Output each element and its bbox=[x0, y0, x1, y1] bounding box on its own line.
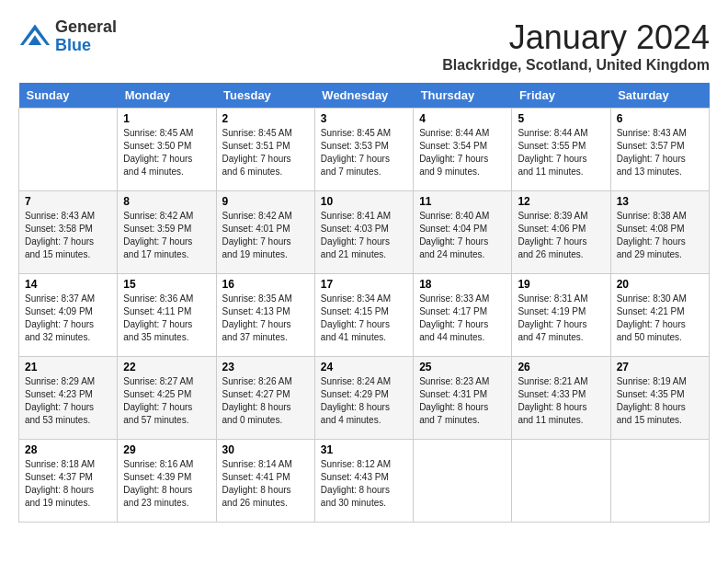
day-number: 4 bbox=[419, 112, 506, 125]
daylight-text: Daylight: 7 hours and 4 minutes. bbox=[123, 154, 192, 177]
day-info: Sunrise: 8:40 AM Sunset: 4:04 PM Dayligh… bbox=[419, 210, 506, 261]
sunset-text: Sunset: 4:31 PM bbox=[419, 389, 487, 399]
day-info: Sunrise: 8:21 AM Sunset: 4:33 PM Dayligh… bbox=[518, 375, 604, 427]
calendar-day-cell: 25 Sunrise: 8:23 AM Sunset: 4:31 PM Dayl… bbox=[414, 357, 512, 440]
sunset-text: Sunset: 4:19 PM bbox=[518, 306, 586, 316]
sunrise-text: Sunrise: 8:40 AM bbox=[419, 211, 489, 221]
day-number: 17 bbox=[321, 278, 407, 291]
sunrise-text: Sunrise: 8:23 AM bbox=[419, 376, 489, 386]
calendar-day-cell: 9 Sunrise: 8:42 AM Sunset: 4:01 PM Dayli… bbox=[216, 191, 314, 274]
logo-general: General bbox=[55, 18, 117, 37]
calendar-day-header: Monday bbox=[118, 83, 216, 109]
calendar-day-header: Thursday bbox=[414, 83, 512, 109]
location-title: Blackridge, Scotland, United Kingdom bbox=[442, 57, 710, 74]
calendar-day-cell: 26 Sunrise: 8:21 AM Sunset: 4:33 PM Dayl… bbox=[512, 357, 610, 440]
calendar-day-cell: 7 Sunrise: 8:43 AM Sunset: 3:58 PM Dayli… bbox=[19, 191, 118, 274]
calendar-day-header: Sunday bbox=[19, 83, 118, 109]
day-info: Sunrise: 8:44 AM Sunset: 3:54 PM Dayligh… bbox=[419, 127, 506, 178]
calendar-table: SundayMondayTuesdayWednesdayThursdayFrid… bbox=[18, 83, 710, 523]
calendar-day-cell: 10 Sunrise: 8:41 AM Sunset: 4:03 PM Dayl… bbox=[314, 191, 413, 274]
sunrise-text: Sunrise: 8:24 AM bbox=[321, 376, 391, 386]
day-info: Sunrise: 8:39 AM Sunset: 4:06 PM Dayligh… bbox=[518, 210, 604, 261]
day-info: Sunrise: 8:45 AM Sunset: 3:50 PM Dayligh… bbox=[123, 127, 210, 178]
calendar-header-row: SundayMondayTuesdayWednesdayThursdayFrid… bbox=[19, 83, 710, 109]
daylight-text: Daylight: 7 hours and 53 minutes. bbox=[25, 402, 94, 425]
sunrise-text: Sunrise: 8:31 AM bbox=[518, 293, 587, 304]
day-number: 24 bbox=[321, 361, 407, 373]
daylight-text: Daylight: 8 hours and 19 minutes. bbox=[25, 485, 94, 508]
sunset-text: Sunset: 4:09 PM bbox=[25, 306, 93, 316]
day-number: 31 bbox=[321, 443, 407, 456]
daylight-text: Daylight: 8 hours and 11 minutes. bbox=[518, 402, 586, 425]
sunrise-text: Sunrise: 8:33 AM bbox=[419, 293, 489, 304]
day-number: 27 bbox=[617, 361, 703, 373]
daylight-text: Daylight: 7 hours and 41 minutes. bbox=[321, 319, 390, 342]
calendar-day-cell bbox=[414, 440, 512, 523]
daylight-text: Daylight: 7 hours and 32 minutes. bbox=[25, 319, 94, 342]
day-info: Sunrise: 8:44 AM Sunset: 3:55 PM Dayligh… bbox=[518, 127, 604, 178]
sunset-text: Sunset: 3:59 PM bbox=[123, 224, 191, 234]
sunset-text: Sunset: 4:41 PM bbox=[222, 472, 290, 482]
calendar-day-cell: 20 Sunrise: 8:30 AM Sunset: 4:21 PM Dayl… bbox=[610, 274, 709, 357]
day-info: Sunrise: 8:41 AM Sunset: 4:03 PM Dayligh… bbox=[321, 210, 407, 261]
daylight-text: Daylight: 7 hours and 47 minutes. bbox=[518, 319, 586, 342]
daylight-text: Daylight: 7 hours and 35 minutes. bbox=[123, 319, 192, 342]
sunset-text: Sunset: 3:54 PM bbox=[419, 141, 487, 151]
page-header: General Blue January 2024 Blackridge, Sc… bbox=[18, 18, 710, 74]
day-info: Sunrise: 8:45 AM Sunset: 3:53 PM Dayligh… bbox=[321, 127, 407, 178]
sunrise-text: Sunrise: 8:42 AM bbox=[123, 211, 193, 221]
daylight-text: Daylight: 7 hours and 6 minutes. bbox=[222, 154, 291, 177]
day-number: 7 bbox=[25, 195, 111, 208]
sunset-text: Sunset: 4:33 PM bbox=[518, 389, 586, 399]
sunset-text: Sunset: 4:25 PM bbox=[123, 389, 191, 399]
sunrise-text: Sunrise: 8:14 AM bbox=[222, 459, 292, 469]
sunrise-text: Sunrise: 8:37 AM bbox=[25, 293, 95, 304]
day-number: 23 bbox=[222, 361, 309, 373]
daylight-text: Daylight: 7 hours and 19 minutes. bbox=[222, 236, 291, 259]
sunset-text: Sunset: 3:57 PM bbox=[617, 141, 685, 151]
calendar-day-header: Wednesday bbox=[314, 83, 413, 109]
sunset-text: Sunset: 4:23 PM bbox=[25, 389, 93, 399]
sunset-text: Sunset: 4:15 PM bbox=[321, 306, 389, 316]
day-info: Sunrise: 8:42 AM Sunset: 3:59 PM Dayligh… bbox=[123, 210, 210, 261]
daylight-text: Daylight: 7 hours and 29 minutes. bbox=[617, 236, 686, 259]
sunset-text: Sunset: 3:55 PM bbox=[518, 141, 586, 151]
sunset-text: Sunset: 4:27 PM bbox=[222, 389, 290, 399]
day-number: 1 bbox=[123, 112, 210, 125]
sunrise-text: Sunrise: 8:27 AM bbox=[123, 376, 193, 386]
calendar-day-cell: 15 Sunrise: 8:36 AM Sunset: 4:11 PM Dayl… bbox=[118, 274, 216, 357]
sunrise-text: Sunrise: 8:34 AM bbox=[321, 293, 391, 304]
sunrise-text: Sunrise: 8:43 AM bbox=[617, 128, 687, 138]
sunrise-text: Sunrise: 8:44 AM bbox=[419, 128, 489, 138]
day-info: Sunrise: 8:38 AM Sunset: 4:08 PM Dayligh… bbox=[617, 210, 703, 261]
daylight-text: Daylight: 7 hours and 15 minutes. bbox=[25, 236, 94, 259]
sunset-text: Sunset: 4:37 PM bbox=[25, 472, 93, 482]
sunrise-text: Sunrise: 8:29 AM bbox=[25, 376, 95, 386]
calendar-day-cell: 31 Sunrise: 8:12 AM Sunset: 4:43 PM Dayl… bbox=[314, 440, 413, 523]
calendar-day-cell: 17 Sunrise: 8:34 AM Sunset: 4:15 PM Dayl… bbox=[314, 274, 413, 357]
sunset-text: Sunset: 4:08 PM bbox=[617, 224, 685, 234]
sunset-text: Sunset: 4:06 PM bbox=[518, 224, 586, 234]
day-info: Sunrise: 8:24 AM Sunset: 4:29 PM Dayligh… bbox=[321, 375, 407, 427]
day-info: Sunrise: 8:31 AM Sunset: 4:19 PM Dayligh… bbox=[518, 293, 604, 344]
sunset-text: Sunset: 4:35 PM bbox=[617, 389, 685, 399]
logo-icon bbox=[18, 20, 51, 53]
calendar-day-cell bbox=[610, 440, 709, 523]
day-number: 14 bbox=[25, 278, 111, 291]
day-number: 10 bbox=[321, 195, 407, 208]
day-number: 30 bbox=[222, 443, 309, 456]
calendar-day-cell: 5 Sunrise: 8:44 AM Sunset: 3:55 PM Dayli… bbox=[512, 109, 610, 191]
day-info: Sunrise: 8:43 AM Sunset: 3:57 PM Dayligh… bbox=[617, 127, 703, 178]
day-info: Sunrise: 8:30 AM Sunset: 4:21 PM Dayligh… bbox=[617, 293, 703, 344]
sunrise-text: Sunrise: 8:26 AM bbox=[222, 376, 292, 386]
day-number: 19 bbox=[518, 278, 604, 291]
calendar-day-cell: 11 Sunrise: 8:40 AM Sunset: 4:04 PM Dayl… bbox=[414, 191, 512, 274]
calendar-day-cell: 30 Sunrise: 8:14 AM Sunset: 4:41 PM Dayl… bbox=[216, 440, 314, 523]
calendar-week-row: 21 Sunrise: 8:29 AM Sunset: 4:23 PM Dayl… bbox=[19, 357, 710, 440]
day-number: 16 bbox=[222, 278, 309, 291]
day-number: 13 bbox=[617, 195, 703, 208]
calendar-day-cell: 16 Sunrise: 8:35 AM Sunset: 4:13 PM Dayl… bbox=[216, 274, 314, 357]
sunset-text: Sunset: 4:43 PM bbox=[321, 472, 389, 482]
day-number: 15 bbox=[123, 278, 210, 291]
day-info: Sunrise: 8:36 AM Sunset: 4:11 PM Dayligh… bbox=[123, 293, 210, 344]
